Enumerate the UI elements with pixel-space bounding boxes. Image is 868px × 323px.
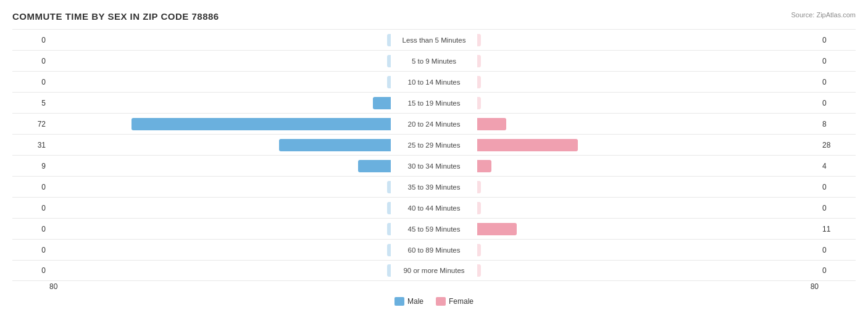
- table-row: 090 or more Minutes0: [12, 260, 856, 281]
- male-value: 0: [12, 57, 49, 65]
- chart-container: COMMUTE TIME BY SEX IN ZIP CODE 78886 So…: [0, 0, 868, 323]
- male-value: 9: [12, 162, 49, 170]
- legend-male: Male: [394, 297, 424, 306]
- row-label: 40 to 44 Minutes: [391, 204, 477, 212]
- male-value: 0: [12, 78, 49, 86]
- bar-female: [477, 223, 517, 235]
- male-value: 72: [12, 120, 49, 128]
- female-value: 0: [819, 36, 856, 44]
- row-label: 15 to 19 Minutes: [391, 99, 477, 107]
- female-value: 28: [819, 141, 856, 149]
- female-value: 0: [819, 266, 856, 275]
- row-label: 5 to 9 Minutes: [391, 57, 477, 65]
- bar-female: [477, 118, 506, 130]
- table-row: 7220 to 24 Minutes8: [12, 113, 856, 134]
- legend-female: Female: [436, 297, 474, 306]
- row-label: 90 or more Minutes: [391, 267, 477, 274]
- bar-male: [279, 139, 391, 151]
- female-swatch: [436, 297, 446, 306]
- table-row: 045 to 59 Minutes11: [12, 218, 856, 239]
- bar-female: [477, 264, 481, 277]
- male-value: 31: [12, 141, 49, 149]
- row-label: 25 to 29 Minutes: [391, 141, 477, 149]
- bar-pair-container: 10 to 14 Minutes: [49, 72, 819, 92]
- table-row: 3125 to 29 Minutes28: [12, 134, 856, 155]
- bar-male: [373, 97, 391, 109]
- bar-pair-container: 5 to 9 Minutes: [49, 51, 819, 71]
- source-label: Source: ZipAtlas.com: [791, 11, 856, 19]
- table-row: 040 to 44 Minutes0: [12, 197, 856, 218]
- chart-area: 0Less than 5 Minutes005 to 9 Minutes0010…: [12, 29, 856, 281]
- female-value: 0: [819, 78, 856, 86]
- table-row: 060 to 89 Minutes0: [12, 239, 856, 260]
- bar-pair-container: 25 to 29 Minutes: [49, 135, 819, 155]
- bar-female: [477, 181, 481, 193]
- male-value: 0: [12, 183, 49, 191]
- female-value: 0: [819, 183, 856, 191]
- bar-female: [477, 202, 481, 214]
- female-value: 4: [819, 162, 856, 170]
- bar-pair-container: 45 to 59 Minutes: [49, 219, 819, 239]
- male-value: 5: [12, 99, 49, 107]
- bar-male: [358, 160, 391, 172]
- bar-pair-container: 30 to 34 Minutes: [49, 156, 819, 176]
- male-value: 0: [12, 36, 49, 44]
- male-swatch: [394, 297, 404, 306]
- axis-bottom-left: 80: [49, 282, 57, 291]
- male-value: 0: [12, 266, 49, 275]
- bar-female: [477, 55, 481, 67]
- bar-pair-container: 40 to 44 Minutes: [49, 198, 819, 218]
- female-value: 0: [819, 204, 856, 212]
- female-value: 0: [819, 57, 856, 65]
- female-value: 0: [819, 99, 856, 107]
- row-label: 35 to 39 Minutes: [391, 183, 477, 191]
- table-row: 035 to 39 Minutes0: [12, 176, 856, 197]
- legend: Male Female: [12, 297, 856, 306]
- row-label: 10 to 14 Minutes: [391, 78, 477, 86]
- male-value: 0: [12, 225, 49, 233]
- bar-female: [477, 76, 481, 88]
- bar-pair-container: Less than 5 Minutes: [49, 30, 819, 50]
- row-label: 60 to 89 Minutes: [391, 246, 477, 254]
- bar-male: [131, 118, 391, 130]
- chart-title: COMMUTE TIME BY SEX IN ZIP CODE 78886: [12, 11, 856, 22]
- male-value: 0: [12, 204, 49, 212]
- female-label: Female: [449, 297, 474, 306]
- female-value: 11: [819, 225, 856, 233]
- bar-female: [477, 244, 481, 256]
- bar-pair-container: 60 to 89 Minutes: [49, 240, 819, 260]
- bar-female: [477, 160, 491, 172]
- bar-pair-container: 20 to 24 Minutes: [49, 114, 819, 134]
- axis-bottom-labels: 80 80: [12, 282, 856, 291]
- bar-pair-container: 90 or more Minutes: [49, 261, 819, 280]
- bar-female: [477, 139, 578, 151]
- male-value: 0: [12, 246, 49, 254]
- table-row: 930 to 34 Minutes4: [12, 155, 856, 176]
- male-label: Male: [407, 297, 424, 306]
- bar-pair-container: 35 to 39 Minutes: [49, 177, 819, 197]
- female-value: 0: [819, 246, 856, 254]
- table-row: 05 to 9 Minutes0: [12, 50, 856, 71]
- row-label: 45 to 59 Minutes: [391, 225, 477, 233]
- row-label: Less than 5 Minutes: [391, 36, 477, 44]
- row-label: 30 to 34 Minutes: [391, 162, 477, 170]
- row-label: 20 to 24 Minutes: [391, 120, 477, 128]
- bar-female: [477, 34, 481, 46]
- table-row: 0Less than 5 Minutes0: [12, 29, 856, 50]
- table-row: 515 to 19 Minutes0: [12, 92, 856, 113]
- axis-bottom-right: 80: [811, 282, 819, 291]
- bar-pair-container: 15 to 19 Minutes: [49, 93, 819, 113]
- female-value: 8: [819, 120, 856, 128]
- table-row: 010 to 14 Minutes0: [12, 71, 856, 92]
- bar-female: [477, 97, 481, 109]
